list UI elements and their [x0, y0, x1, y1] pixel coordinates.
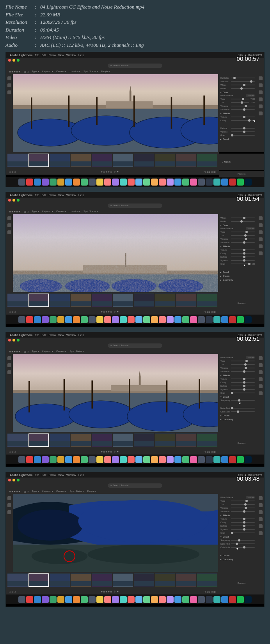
sharpening-slider[interactable] [231, 540, 255, 541]
wb-dropdown[interactable]: Custom [246, 496, 255, 499]
vignette-slider[interactable] [231, 529, 255, 530]
view-mode-icons[interactable]: ⊞ ≡ ⊟ [9, 170, 16, 173]
filmstrip-thumbnail[interactable] [176, 573, 196, 587]
tool-heal[interactable] [259, 90, 263, 94]
filmstrip-thumbnail[interactable] [197, 573, 217, 587]
ratio-button[interactable]: 1:1 [207, 311, 210, 313]
dock-app-icon[interactable] [89, 316, 96, 323]
filmstrip-thumbnail[interactable] [28, 154, 49, 167]
tool-add[interactable] [7, 83, 11, 87]
tool-brush[interactable] [259, 517, 263, 521]
dock-app-icon[interactable] [190, 316, 197, 323]
dock-app-icon[interactable] [73, 179, 80, 186]
filmstrip-thumbnail[interactable] [50, 294, 70, 307]
dock-app-icon[interactable] [167, 596, 174, 603]
detail-section[interactable]: ▾Detail [220, 536, 255, 538]
filmstrip-thumbnail[interactable] [155, 294, 175, 307]
dock-app-icon[interactable] [143, 456, 150, 463]
filter-camera[interactable]: Camera▾ [56, 490, 66, 492]
dock-app-icon[interactable] [112, 179, 119, 186]
close-button[interactable] [8, 479, 11, 481]
filmstrip-thumbnail[interactable] [113, 573, 133, 587]
dock-app-icon[interactable] [213, 179, 220, 186]
filmstrip-thumbnail[interactable] [113, 154, 133, 167]
filter-camera[interactable]: Camera▾ [56, 210, 66, 212]
filmstrip[interactable] [6, 572, 219, 588]
dock-app-icon[interactable] [143, 316, 150, 323]
dock-app-icon[interactable] [42, 179, 49, 186]
effects-section[interactable]: ▾Effects [220, 245, 255, 248]
filter-type[interactable]: Type▾ [32, 70, 39, 73]
optics-section[interactable]: ▸Optics [220, 554, 255, 557]
sharpening-slider[interactable] [231, 400, 255, 401]
dock-app-icon[interactable] [128, 456, 135, 463]
menu-edit[interactable]: Edit [42, 334, 46, 336]
search-input[interactable]: ⚲Search Tutorial [108, 483, 162, 488]
wb-dropdown[interactable]: Custom [246, 227, 255, 230]
saturation-slider[interactable] [231, 242, 255, 243]
menu-file[interactable]: File [35, 334, 39, 336]
filter-icons[interactable]: ▥ ⊞ [24, 350, 29, 353]
flag-icons[interactable]: ⚐ ⚑ [114, 310, 119, 313]
dock-app-icon[interactable] [50, 456, 57, 463]
filmstrip-thumbnail[interactable] [92, 573, 112, 587]
menu-edit[interactable]: Edit [42, 194, 46, 196]
tool-linear[interactable] [259, 104, 263, 108]
filter-location[interactable]: Location▾ [69, 210, 80, 212]
image-canvas[interactable] [13, 74, 218, 152]
dock-app-icon[interactable] [96, 316, 103, 323]
filmstrip-thumbnail[interactable] [28, 294, 49, 307]
dock-app-icon[interactable] [128, 596, 135, 603]
menu-photo[interactable]: Photo [49, 194, 56, 196]
filter-sync[interactable]: Sync Status▾ [69, 490, 84, 492]
filmstrip-thumbnail[interactable] [50, 433, 70, 447]
search-input[interactable]: ⚲Search Tutorial [108, 343, 162, 348]
effects-section[interactable]: ▾Effects [220, 112, 255, 115]
macos-menubar[interactable]: Adobe Lightroom File Edit Photo View Win… [6, 52, 264, 58]
dock-app-icon[interactable] [135, 316, 142, 323]
menu-window[interactable]: Window [66, 194, 76, 196]
search-input[interactable]: ⚲Search Tutorial [108, 203, 162, 208]
filmstrip-thumbnail[interactable] [155, 573, 175, 587]
effects-section[interactable]: ▾Effects [220, 514, 255, 517]
menu-edit[interactable]: Edit [42, 54, 46, 57]
dock-app-icon[interactable] [26, 596, 33, 603]
dock-app-icon[interactable] [81, 456, 88, 463]
dock-app-icon[interactable] [50, 316, 57, 323]
presets-button[interactable]: Presets [219, 572, 264, 594]
tool-radial[interactable] [259, 391, 263, 395]
filmstrip-thumbnail[interactable] [197, 154, 217, 167]
dehaze-slider[interactable] [231, 128, 255, 129]
tool-crop[interactable] [259, 83, 263, 87]
filmstrip-thumbnail[interactable] [113, 294, 133, 307]
dock-app-icon[interactable] [26, 179, 33, 186]
tool-radial[interactable] [259, 251, 263, 255]
dock-app-icon[interactable] [65, 316, 72, 323]
dock-app-icon[interactable] [112, 596, 119, 603]
view-mode-icons[interactable]: ⊞ ≡ ⊟ [9, 590, 16, 593]
dock-app-icon[interactable] [89, 179, 96, 186]
tool-brush[interactable] [259, 97, 263, 101]
tool-linear[interactable] [259, 524, 263, 528]
tool-edit[interactable] [259, 356, 263, 360]
macos-menubar[interactable]: Adobe Lightroom File Edit Photo View Win… [6, 332, 264, 338]
fit-button[interactable]: Fit [204, 311, 206, 313]
tool-crop[interactable] [259, 503, 263, 507]
dock-app-icon[interactable] [112, 456, 119, 463]
presets-button[interactable]: Presets [219, 432, 264, 455]
macos-menubar[interactable]: Adobe Lightroom File Edit Photo View Win… [6, 472, 264, 478]
menu-edit[interactable]: Edit [42, 474, 46, 476]
dock-app-icon[interactable] [73, 456, 80, 463]
rating-filter[interactable]: ★★★★★ [9, 70, 21, 73]
dock-app-icon[interactable] [245, 179, 252, 186]
dock-app-icon[interactable] [26, 456, 33, 463]
dock-app-icon[interactable] [73, 316, 80, 323]
tool-crop[interactable] [259, 223, 263, 227]
effects-section[interactable]: ▾Effects [220, 374, 255, 377]
dock-app-icon[interactable] [50, 596, 57, 603]
maximize-button[interactable] [17, 59, 20, 62]
dock-app-icon[interactable] [104, 316, 111, 323]
filter-location[interactable]: Location▾ [69, 70, 80, 73]
filmstrip-thumbnail[interactable] [71, 294, 91, 307]
highlights-slider[interactable] [231, 78, 255, 78]
